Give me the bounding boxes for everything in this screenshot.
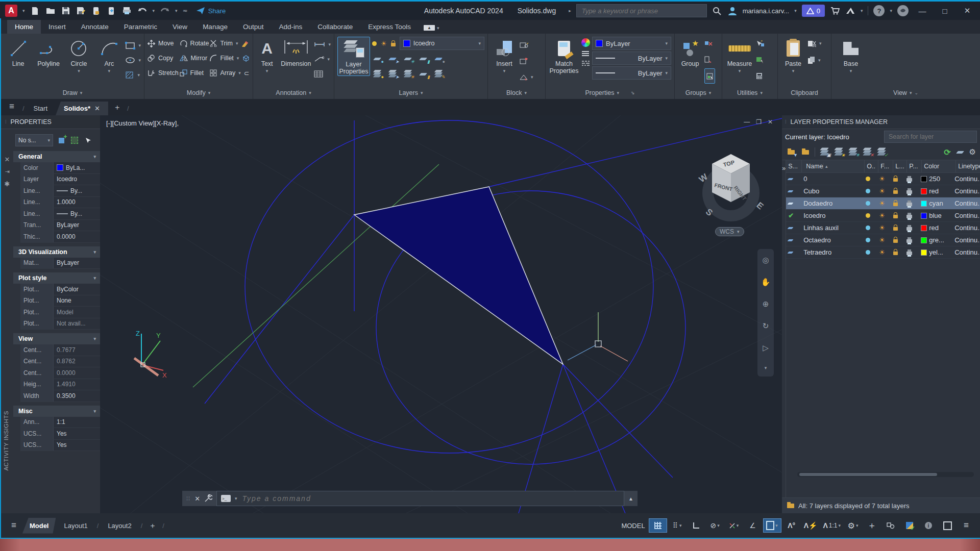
ribbon-minimize-control[interactable]: ▲▾	[424, 25, 439, 34]
define-attributes-button[interactable]: ▾	[520, 70, 533, 84]
snap-toggle[interactable]: ⠿▾	[669, 519, 686, 532]
navigation-wheel-icon[interactable]: ◎	[762, 256, 769, 265]
layout-tab-model[interactable]: Model	[22, 518, 56, 534]
leader-button[interactable]: ▾	[314, 53, 331, 66]
panel-label-properties[interactable]: Properties▾⇘	[546, 87, 674, 99]
doc-minimize-icon[interactable]: —	[744, 118, 750, 126]
unlock-icon[interactable]	[893, 215, 898, 218]
bulb-on-icon[interactable]	[866, 213, 870, 218]
property-row[interactable]: UCS...Yes	[20, 440, 100, 452]
open-from-mobile-icon[interactable]	[91, 6, 102, 16]
minimize-button[interactable]: —	[914, 4, 931, 17]
ribbon-tab-output[interactable]: Output	[235, 20, 272, 34]
layer-properties-button[interactable]: Layer Properties	[337, 37, 370, 76]
layer-lock-icon[interactable]: ▮	[418, 54, 428, 63]
ribbon-tab-home[interactable]: Home	[7, 20, 41, 34]
user-name[interactable]: mariana.i.carv...	[743, 7, 790, 15]
share-button[interactable]: Share	[196, 7, 226, 15]
move-button[interactable]: Move	[148, 37, 179, 50]
ribbon-tab-insert[interactable]: Insert	[41, 20, 74, 34]
dynamic-input-toggle[interactable]: ▾	[763, 518, 781, 533]
printer-icon[interactable]	[906, 252, 912, 255]
caret-down-icon[interactable]: ▾	[794, 8, 797, 13]
drag-handle-icon[interactable]: ⁞	[5, 119, 7, 124]
horizontal-scrollbar[interactable]	[797, 472, 974, 477]
panel-label-clipboard[interactable]: Clipboard	[778, 87, 831, 99]
save-icon[interactable]	[61, 6, 71, 16]
layer-unisolate-icon[interactable]: ➤	[387, 54, 398, 63]
array-button[interactable]: Array▾⊂	[210, 66, 250, 80]
collapse-filter-tree-icon[interactable]: »	[782, 160, 786, 497]
layer-previous-icon[interactable]: ➤	[387, 69, 398, 79]
settings-gear-icon[interactable]: ⚙	[969, 147, 976, 157]
layer-row[interactable]: Cubo ☀ red Continu...	[786, 185, 980, 197]
property-row[interactable]: Line...1.0000	[20, 197, 100, 209]
ellipse-button[interactable]: ▾	[125, 54, 141, 67]
mobile-upload-icon[interactable]	[107, 6, 117, 16]
new-group-filter-icon[interactable]	[800, 147, 811, 157]
feedback-bubble-icon[interactable]	[897, 5, 909, 16]
new-property-filter-icon[interactable]: ▼	[786, 147, 796, 157]
sun-thaw-icon[interactable]: ☀	[879, 249, 885, 256]
customize-quick-access-icon[interactable]: ≂	[183, 7, 188, 14]
polar-tracking-toggle[interactable]: ⊘▾	[706, 519, 724, 532]
layer-fade-icon[interactable]: ✎	[433, 69, 444, 79]
autodesk-logo-icon[interactable]	[845, 6, 855, 16]
new-file-icon[interactable]	[30, 6, 40, 16]
printer-icon[interactable]	[906, 215, 912, 218]
printer-icon[interactable]	[906, 178, 912, 182]
rotate-button[interactable]: Rotate	[180, 37, 209, 50]
unlock-icon[interactable]	[893, 178, 898, 182]
layer-walk-icon[interactable]: ☀	[403, 69, 413, 79]
printer-icon[interactable]	[906, 227, 912, 231]
construction-geometry[interactable]	[205, 118, 782, 513]
sun-thaw-icon[interactable]: ☀	[879, 224, 885, 231]
linear-dimension-button[interactable]: ▾	[314, 38, 331, 51]
sun-thaw-icon[interactable]: ☀	[879, 237, 885, 243]
printer-icon[interactable]	[906, 203, 912, 206]
object-color-combo[interactable]: ByLayer▾	[592, 37, 671, 50]
layer-row-selected[interactable]: Dodaedro ☀ cyan Continu...	[786, 197, 980, 210]
stretch-button[interactable]: Stretch	[148, 66, 179, 80]
text-button[interactable]: A Text ▾	[256, 37, 278, 73]
grid-toggle[interactable]	[649, 518, 667, 533]
copy-clip-button[interactable]: ▾	[807, 54, 822, 67]
ribbon-tab-manage[interactable]: Manage	[195, 20, 235, 34]
panel-label-utilities[interactable]: Utilities▾	[722, 87, 777, 99]
layer-unlock-icon[interactable]	[391, 43, 396, 46]
edit-block-button[interactable]	[520, 54, 533, 67]
line-button[interactable]: Line	[4, 37, 32, 67]
property-row[interactable]: Mat...ByLayer	[20, 258, 100, 269]
select-objects-icon[interactable]	[69, 135, 80, 145]
model-space[interactable]: Z Y X W S E TOP FRONT	[100, 115, 782, 513]
autohide-icon[interactable]: ⇥	[5, 168, 9, 175]
help-search-box[interactable]	[576, 4, 707, 17]
model-space-toggle[interactable]: MODEL	[619, 519, 647, 532]
property-row[interactable]: Line...By...	[20, 208, 100, 220]
quick-calculator-button[interactable]	[756, 69, 764, 83]
annotation-scale-button[interactable]: Λ1:1▾	[821, 519, 843, 532]
delete-layer-icon[interactable]: ✕	[862, 147, 872, 157]
close-command-icon[interactable]: ✕	[194, 495, 200, 503]
lineweight-combo[interactable]: ByLayer▾	[592, 52, 671, 65]
properties-palette-header[interactable]: ⁞ PROPERTIES	[1, 115, 100, 129]
bulb-off-icon[interactable]	[866, 250, 870, 255]
undo-icon[interactable]	[137, 6, 148, 16]
isodraft-toggle[interactable]: ▾	[725, 519, 743, 532]
dimension-button[interactable]: Dimension	[280, 37, 312, 67]
doc-restore-icon[interactable]: ❐	[756, 118, 762, 126]
expand-arrow-icon[interactable]: ▸	[569, 8, 571, 13]
layer-match-icon[interactable]: ●	[372, 69, 382, 79]
maximize-button[interactable]: □	[936, 4, 953, 17]
toggle-pickadd-icon[interactable]	[56, 135, 66, 145]
app-menu-icon[interactable]: A	[5, 5, 17, 17]
command-input-box[interactable]: >_ ▾	[216, 491, 624, 506]
property-row[interactable]: Ann...1:1	[20, 417, 100, 429]
arc-button[interactable]: Arc ▾	[95, 37, 123, 73]
property-row[interactable]: UCS...Yes	[20, 428, 100, 440]
layer-combo[interactable]: Icoedro ▾	[400, 37, 484, 50]
health-alert-badge[interactable]: 0	[802, 5, 825, 17]
layer-manager-header[interactable]: ⁞ LAYER PROPERTIES MANAGER	[782, 115, 980, 129]
close-button[interactable]: ✕	[959, 4, 976, 17]
ribbon-tab-parametric[interactable]: Parametric	[116, 20, 165, 34]
